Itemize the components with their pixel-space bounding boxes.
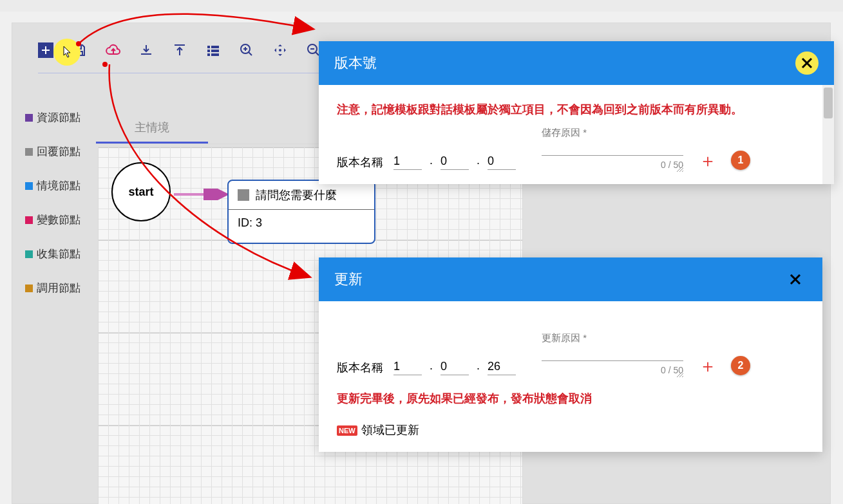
version-dialog: 版本號 注意，記憶模板跟對話模板屬於獨立項目，不會因為回到之前版本而有所異動。 … [319,41,834,184]
version-dialog-header: 版本號 [319,41,834,85]
update-reason-counter: 0 / 50 [542,365,683,375]
svg-rect-3 [207,46,210,48]
reply-swatch-icon [238,189,249,201]
node-legend: 資源節點 回覆節點 情境節點 變數節點 收集節點 調用節點 [25,110,81,295]
new-badge: NEW [337,425,357,436]
scenario-tabs: 主情境 [96,113,328,144]
update-reason-label: 更新原因 * [542,332,587,344]
close-icon[interactable] [795,51,819,75]
legend-label: 情境節點 [37,178,81,193]
add-icon[interactable] [38,42,53,58]
add-update-button[interactable]: ＋ [699,357,717,375]
list-icon[interactable] [205,42,221,58]
tab-main-scenario[interactable]: 主情境 [96,113,208,144]
update-minor-input[interactable] [440,359,469,375]
legend-label: 資源節點 [37,110,81,125]
update-reason-input[interactable] [542,346,683,361]
upload-arrow-icon[interactable] [172,42,187,58]
legend-item-collect[interactable]: 收集節點 [25,247,81,261]
update-form-row: 版本名稱 . . 更新原因 * 0 / 50 ＋ 2 [337,346,804,375]
svg-rect-6 [211,46,219,48]
update-dialog: 更新 版本名稱 . . 更新原因 * 0 / 50 ＋ 2 更新完畢後，原先如果… [319,257,822,452]
svg-rect-7 [211,50,219,52]
version-dialog-title: 版本號 [334,53,377,73]
scrollbar[interactable] [822,85,834,184]
edge-start-to-box [173,189,231,200]
save-reason-counter: 0 / 50 [542,160,683,170]
cloud-upload-icon[interactable] [105,42,120,58]
legend-item-resource[interactable]: 資源節點 [25,110,81,125]
legend-label: 變數節點 [37,212,81,227]
domain-updated-line: NEW領域已更新 [337,422,804,438]
update-name-label: 版本名稱 [337,360,383,375]
zoom-in-icon[interactable] [239,42,254,58]
pan-icon[interactable] [272,42,288,58]
save-reason-input[interactable] [542,141,683,156]
legend-item-variable[interactable]: 變數節點 [25,212,81,227]
svg-rect-4 [207,50,210,52]
reply-node-id: ID: 3 [229,209,374,241]
legend-label: 收集節點 [37,247,81,261]
legend-item-invoke[interactable]: 調用節點 [25,281,81,295]
callout-badge-1: 1 [731,151,750,170]
update-dialog-header: 更新 [319,257,822,301]
download-icon[interactable] [138,42,154,58]
version-form-row: 版本名稱 . . 儲存原因 * 0 / 50 ＋ 1 [337,141,804,170]
version-warning: 注意，記憶模板跟對話模板屬於獨立項目，不會因為回到之前版本而有所異動。 [337,100,804,119]
version-major-input[interactable] [393,153,422,170]
close-icon[interactable] [784,268,807,291]
version-patch-input[interactable] [488,153,516,170]
legend-label: 調用節點 [37,281,81,295]
update-warning: 更新完畢後，原先如果已經發布，發布狀態會取消 [337,389,804,408]
save-reason-label: 儲存原因 * [542,127,587,139]
domain-updated-text: 領域已更新 [361,424,419,436]
cursor-highlight [53,39,81,66]
reply-node-title: 請問您需要什麼 [256,187,337,203]
reply-node[interactable]: 請問您需要什麼 ID: 3 [227,180,375,244]
update-patch-input[interactable] [488,359,516,375]
svg-point-10 [279,49,281,51]
resize-grip-icon [677,371,683,377]
version-minor-input[interactable] [440,153,469,170]
toolbar [38,42,321,58]
update-major-input[interactable] [393,359,422,375]
resize-grip-icon [677,165,683,172]
legend-item-reply[interactable]: 回覆節點 [25,144,81,159]
start-node[interactable]: start [111,162,171,221]
callout-badge-2: 2 [731,356,750,375]
svg-rect-5 [207,53,210,56]
version-name-label: 版本名稱 [337,154,383,170]
add-version-button[interactable]: ＋ [699,152,717,170]
legend-label: 回覆節點 [37,144,81,159]
svg-rect-8 [211,53,219,56]
legend-item-context[interactable]: 情境節點 [25,178,81,193]
update-dialog-title: 更新 [334,270,363,289]
